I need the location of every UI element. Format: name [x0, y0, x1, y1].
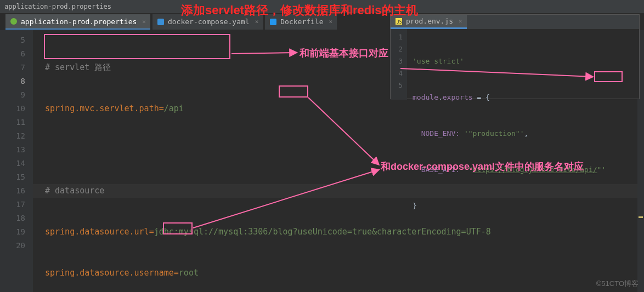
close-icon[interactable]: ×: [255, 18, 259, 25]
line-gutter: 5 6 7 8 9 10 11 12 13 14 15 16 17 18 19 …: [0, 30, 33, 292]
tab-label: application-prod.properties: [21, 18, 137, 26]
line-number: 20: [0, 239, 25, 253]
tab-docker-compose[interactable]: docker-compose.yaml ×: [152, 14, 263, 30]
svg-point-0: [10, 18, 17, 25]
panel-gutter: 1 2 3 4 5: [391, 29, 407, 100]
tab-label: prod.env.js: [406, 17, 453, 25]
editor-window: application-prod.properties application-…: [0, 0, 644, 292]
svg-rect-2: [270, 19, 276, 25]
docker-icon: [269, 18, 277, 26]
side-editor-panel: JS prod.env.js × 1 2 3 4 5 'use strict' …: [390, 14, 640, 99]
svg-rect-1: [157, 19, 164, 25]
line-number: 9: [0, 88, 25, 102]
code-line: BASE_API: '"https://blog.yilele.site/api…: [413, 164, 639, 176]
line-number: 19: [0, 225, 25, 239]
tab-dockerfile[interactable]: Dockerfile ×: [265, 14, 337, 30]
line-number: 11: [0, 116, 25, 129]
line-number: 3: [391, 55, 403, 67]
tab-application-prod[interactable]: application-prod.properties ×: [5, 14, 150, 30]
code-line: 'use strict': [413, 55, 639, 67]
line-number: 17: [0, 198, 25, 211]
tab-prod-env-js[interactable]: JS prod.env.js ×: [391, 15, 467, 29]
line-number: 15: [0, 170, 25, 184]
spring-icon: [10, 18, 18, 25]
line-number: 5: [0, 33, 25, 47]
line-number: 18: [0, 211, 25, 225]
panel-tabs: JS prod.env.js ×: [391, 15, 639, 29]
code-line: }: [413, 200, 639, 212]
yaml-icon: [157, 18, 165, 26]
line-number: 14: [0, 157, 25, 170]
line-number: 8: [0, 75, 25, 88]
line-number: 1: [391, 31, 403, 43]
line-number: 7: [0, 61, 25, 75]
warning-marker[interactable]: [639, 216, 643, 218]
editor-tabs: application-prod.properties × docker-com…: [5, 14, 337, 30]
code-line: spring.datasource.username=root: [33, 266, 644, 280]
code-line: NODE_ENV: '"production"',: [413, 128, 639, 140]
js-icon: JS: [395, 18, 403, 25]
line-number: 5: [391, 79, 403, 91]
close-icon[interactable]: ×: [142, 18, 146, 25]
line-number: 4: [391, 67, 403, 79]
panel-body[interactable]: 1 2 3 4 5 'use strict' module.exports = …: [391, 29, 639, 100]
line-number: 12: [0, 129, 25, 143]
line-number: 6: [0, 47, 25, 61]
tab-label: Dockerfile: [280, 18, 323, 26]
close-icon[interactable]: ×: [329, 18, 333, 25]
line-number: 13: [0, 143, 25, 157]
close-icon[interactable]: ×: [459, 18, 462, 25]
watermark: ©51CTO博客: [596, 279, 639, 289]
panel-code[interactable]: 'use strict' module.exports = { NODE_ENV…: [407, 29, 639, 100]
line-number: 2: [391, 43, 403, 55]
line-number: 10: [0, 102, 25, 116]
breadcrumb-path: application-prod.properties: [4, 3, 111, 10]
line-number: 16: [0, 184, 25, 198]
tab-label: docker-compose.yaml: [168, 18, 250, 26]
code-line: module.exports = {: [413, 91, 639, 104]
breadcrumb: application-prod.properties: [0, 0, 644, 13]
svg-text:JS: JS: [397, 20, 402, 25]
